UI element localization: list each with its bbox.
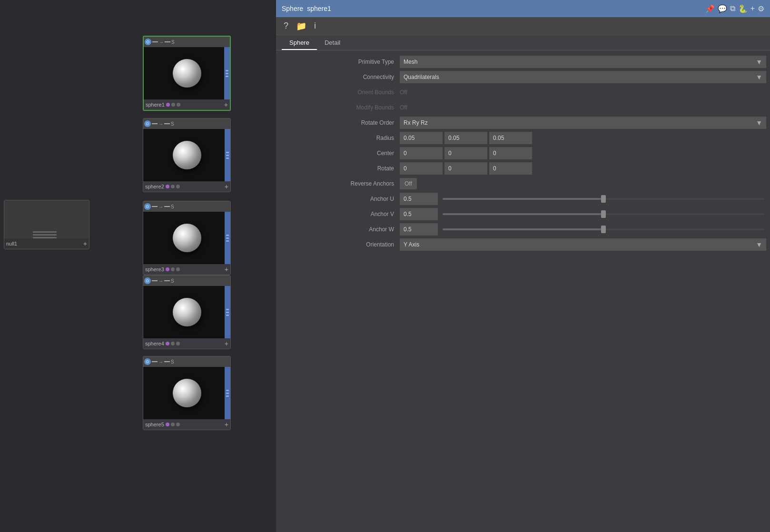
pip2-s4 (226, 312, 229, 313)
modify-bounds-text: Off (400, 104, 407, 111)
node-footer-sphere5: sphere5 + (143, 419, 230, 430)
primitive-type-dropdown-value: Mesh (404, 59, 417, 65)
anchor-u-thumb[interactable] (601, 195, 606, 203)
radius-y-field[interactable] (444, 132, 487, 144)
connectivity-label: Connectivity (276, 74, 400, 80)
anchor-v-track[interactable] (443, 213, 764, 215)
dot2-sphere2 (171, 185, 175, 188)
anchor-u-track[interactable] (443, 198, 764, 200)
node-label-sphere5: sphere5 (145, 422, 164, 427)
add-icon-sphere4[interactable]: + (225, 340, 228, 347)
node-s-sphere2: S (171, 121, 174, 127)
anchor-v-thumb[interactable] (601, 210, 606, 218)
folder-button[interactable]: 📁 (294, 20, 308, 32)
tab-sphere[interactable]: Sphere (282, 36, 317, 50)
copy-icon[interactable]: ⧉ (730, 4, 735, 13)
anchor-u-fill (443, 198, 603, 200)
node-sidebar-sphere3 (225, 212, 230, 264)
tab-detail[interactable]: Detail (317, 36, 348, 50)
radius-z-field[interactable] (489, 132, 532, 144)
node-header-sphere3: ⊙ → S (143, 201, 230, 212)
python-icon[interactable]: 🐍 (738, 4, 748, 13)
node-arrow-sphere5: → (158, 359, 163, 365)
add-icon[interactable]: + (750, 4, 755, 13)
node-line-sphere1 (152, 41, 158, 42)
node-line2-sphere5 (164, 361, 170, 362)
node-sphere4[interactable]: ⊙ → S sphere4 + (143, 275, 231, 349)
comment-icon[interactable]: 💬 (718, 4, 727, 13)
title-label: Sphere (282, 5, 303, 12)
pip2-s5 (226, 393, 229, 394)
anchor-w-label: Anchor W (276, 226, 400, 233)
node-line-sphere3 (152, 206, 158, 207)
anchor-v-field[interactable] (400, 208, 438, 220)
add-icon-sphere5[interactable]: + (225, 421, 228, 428)
connectivity-value: Quadrilaterals ▼ (400, 71, 770, 83)
dot1-sphere1 (166, 103, 170, 107)
rotate-order-dropdown[interactable]: Rx Ry Rz ▼ (400, 117, 766, 129)
center-x-field[interactable] (400, 147, 443, 159)
sphere-ball-3 (173, 224, 201, 252)
node-icon-sphere5: ⊙ (144, 358, 151, 365)
modify-bounds-label: Modify Bounds (276, 104, 400, 111)
connectivity-dropdown[interactable]: Quadrilaterals ▼ (400, 71, 766, 83)
node-sphere2[interactable]: ⊙ → S sphere2 + (143, 118, 231, 192)
connectivity-row: Connectivity Quadrilaterals ▼ (276, 69, 770, 85)
node-graph: null1 + ⊙ → S sphere1 + (0, 0, 276, 532)
rotate-order-row: Rotate Order Rx Ry Rz ▼ (276, 115, 770, 130)
radius-x-field[interactable] (400, 132, 443, 144)
help-button[interactable]: ? (282, 20, 290, 32)
tab-bar: Sphere Detail (276, 35, 770, 50)
node-preview-sphere3 (143, 212, 230, 264)
node-icon-sphere1: ⊙ (145, 39, 151, 45)
reverse-anchors-toggle[interactable]: Off (400, 178, 417, 189)
add-icon-sphere2[interactable]: + (225, 183, 228, 190)
radius-row: Radius (276, 130, 770, 146)
pip1-s5 (226, 390, 229, 391)
reverse-anchors-label: Reverse Anchors (276, 180, 400, 187)
center-y-field[interactable] (444, 147, 487, 159)
node-sphere5[interactable]: ⊙ → S sphere5 + (143, 356, 231, 430)
center-z-field[interactable] (489, 147, 532, 159)
radius-values (400, 132, 770, 144)
add-icon-sphere3[interactable]: + (225, 266, 228, 273)
pip3-s4 (226, 315, 229, 316)
null-line-2 (33, 234, 57, 236)
orientation-dropdown-arrow: ▼ (756, 241, 762, 248)
node-header-sphere4: ⊙ → S (143, 276, 230, 286)
anchor-w-track[interactable] (443, 228, 764, 230)
node-header-sphere1: ⊙ → S (144, 37, 230, 47)
gear-icon[interactable]: ⚙ (758, 4, 764, 13)
orientation-label: Orientation (276, 241, 400, 248)
node-sphere1[interactable]: ⊙ → S sphere1 + (143, 36, 231, 111)
node-sphere3[interactable]: ⊙ → S sphere3 + (143, 201, 231, 275)
rotate-x-field[interactable] (400, 162, 443, 175)
dot2-sphere5 (171, 423, 175, 426)
primitive-type-dropdown[interactable]: Mesh ▼ (400, 56, 766, 68)
orientation-dropdown[interactable]: Y Axis ▼ (400, 238, 766, 251)
node-icon-sphere2: ⊙ (144, 120, 151, 127)
rotate-row: Rotate (276, 161, 770, 176)
node-preview-sphere4 (143, 286, 230, 338)
rotate-z-field[interactable] (489, 162, 532, 175)
anchor-w-thumb[interactable] (601, 226, 606, 233)
null-node[interactable]: null1 + (4, 200, 89, 249)
props-list: Primitive Type Mesh ▼ Connectivity Quadr… (276, 50, 770, 532)
add-icon-sphere1[interactable]: + (224, 101, 228, 108)
node-label-sphere4: sphere4 (145, 341, 164, 346)
anchor-w-fill (443, 228, 603, 230)
anchor-w-field[interactable] (400, 223, 438, 236)
null-add-icon[interactable]: + (83, 240, 87, 247)
rotate-label: Rotate (276, 165, 400, 172)
anchor-w-value (400, 223, 770, 236)
anchor-u-slider-container (400, 193, 766, 205)
pip3 (226, 76, 228, 77)
pin-icon[interactable]: 📌 (705, 4, 715, 13)
info-button[interactable]: i (312, 20, 318, 32)
rotate-y-field[interactable] (444, 162, 487, 175)
anchor-u-label: Anchor U (276, 196, 400, 202)
dot3-sphere2 (176, 185, 180, 188)
node-preview-sphere2 (143, 129, 230, 181)
reverse-anchors-value: Off (400, 178, 770, 189)
anchor-u-field[interactable] (400, 193, 438, 205)
